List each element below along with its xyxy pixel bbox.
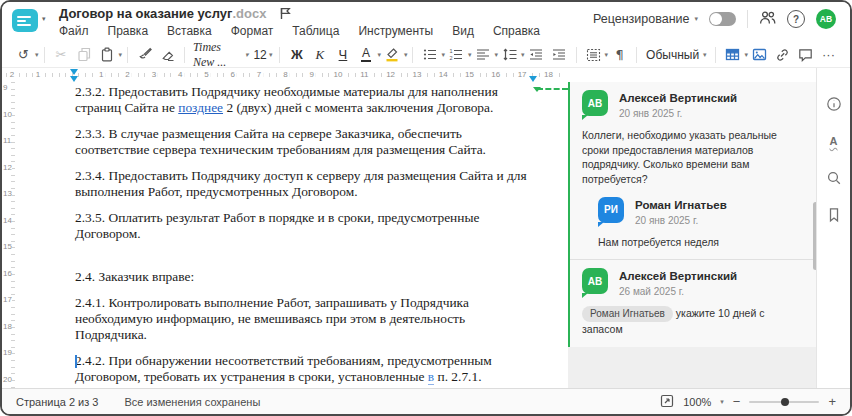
font-size-select[interactable]: 12 ▾ [251,44,274,66]
app-menu-caret-icon[interactable]: ▾ [42,15,46,23]
numbered-list-button[interactable]: 1 2 [445,44,468,66]
paragraph-2-3-5[interactable]: 2.3.5. Оплатить результат Работ в порядк… [75,210,536,242]
zoom-caret-icon[interactable]: ▾ [720,398,724,406]
zoom-out-button[interactable]: − [733,395,741,408]
comment-author: Алексей Вертинский [619,90,737,104]
paragraph-settings-button[interactable] [582,44,605,66]
insert-comment-button[interactable] [794,44,817,66]
highlight-caret-icon[interactable]: ▾ [404,51,408,59]
comment-avatar: АВ [582,90,608,116]
ruler-number: 3 [150,70,158,79]
ruler-number: 13 [410,70,423,79]
document-text[interactable]: 2.3.2. Предоставить Подрядчику необходим… [75,84,536,388]
svg-text:2: 2 [450,55,453,61]
toolbar-divider [715,47,716,63]
ruler-number: 15 [463,70,476,79]
paragraph-style-select[interactable]: Обычный ▾ [642,44,710,66]
mention-pill[interactable]: Роман Игнатьев [582,306,673,322]
cut-button[interactable]: ✂ [50,44,73,66]
paragraph-2-3-3[interactable]: 2.3.3. В случае размещения Сайта на серв… [75,126,536,158]
zoom-slider[interactable] [749,401,819,403]
paragraph-2-3-2[interactable]: 2.3.2. Предоставить Подрядчику необходим… [75,84,536,116]
menu-help[interactable]: Справка [493,24,540,38]
comment-reply[interactable]: РИ Роман Игнатьев 20 янв 2025 г. Нам пот… [598,197,808,250]
ruler-number: 5 [202,70,210,79]
review-toggle[interactable] [709,12,736,26]
increase-indent-button[interactable] [548,44,571,66]
search-icon[interactable] [825,169,842,186]
collaborators-icon[interactable] [759,10,776,29]
font-family-select[interactable]: Times New ... ▾ [190,44,251,66]
comment-date: 20 янв 2025 г. [619,108,737,119]
bookmark-icon[interactable] [825,206,842,223]
document-title-row: Договор на оказание услуг.docx [59,6,291,21]
paste-caret-icon[interactable]: ▾ [119,51,123,59]
comments-panel: АВ Алексей Вертинский 20 янв 2025 г. Кол… [568,82,820,388]
comment-avatar: АВ [582,268,608,294]
user-avatar[interactable]: АВ [816,9,836,29]
vertical-ruler[interactable]: 91011121314151617181920 [2,82,17,388]
more-tools-button[interactable]: ··· [817,44,840,66]
review-label: Рецензирование [593,12,690,26]
menu-bar: Файл Правка Вставка Формат Таблица Инстр… [59,24,540,38]
help-icon[interactable]: ? [787,10,805,28]
commented-text[interactable]: позднее [178,100,223,115]
formatting-marks-button[interactable]: ¶ [608,44,631,66]
insert-link-button[interactable] [771,44,794,66]
paste-button[interactable] [96,44,119,66]
paragraph-text: 2 (двух) дней с момента заключения Догов… [223,100,493,115]
app-logo-icon[interactable] [12,9,38,32]
paragraph-2-4-1[interactable]: 2.4.1. Контролировать выполнение Работ, … [75,295,536,343]
bold-button[interactable]: Ж [285,44,308,66]
fit-page-icon[interactable] [660,394,674,410]
line-spacing-button[interactable] [498,44,521,66]
header-right: Рецензирование ▾ ? АВ [593,9,836,29]
zoom-slider-handle[interactable] [781,398,789,406]
undo-button[interactable]: ↺ [12,44,35,66]
paragraph-2-4-2[interactable]: 2.4.2. При обнаружении несоответствий тр… [75,353,536,385]
paragraph-2-3-4[interactable]: 2.3.4. Предоставить Подрядчику доступ к … [75,168,536,200]
menu-table[interactable]: Таблица [292,24,339,38]
zoom-controls: 100% ▾ − + [660,394,836,410]
document-title[interactable]: Договор на оказание услуг [59,6,232,21]
flag-icon[interactable] [280,7,291,20]
zoom-level-value[interactable]: 100% [683,396,711,408]
ruler-number: 14 [3,216,12,225]
toolbar-divider [576,47,577,63]
font-color-button[interactable]: А [361,47,371,62]
menu-file[interactable]: Файл [59,24,89,38]
document-page[interactable]: 2.3.2. Предоставить Подрядчику необходим… [16,82,568,388]
ruler-number: 2 [123,70,131,79]
menu-insert[interactable]: Вставка [167,24,212,38]
toolbar-divider [279,47,280,63]
menu-format[interactable]: Формат [231,24,274,38]
menu-tools[interactable]: Инструменты [358,24,433,38]
menu-edit[interactable]: Правка [108,24,149,38]
clear-format-eraser-button[interactable] [156,44,179,66]
menu-view[interactable]: Вид [452,24,474,38]
comment-card[interactable]: АВ Алексей Вертинский 20 янв 2025 г. Кол… [570,82,820,259]
align-button[interactable] [472,44,495,66]
bullet-list-button[interactable] [418,44,441,66]
comment-card[interactable]: АВ Алексей Вертинский 26 май 2025 г. Ром… [570,259,820,347]
format-painter-button[interactable] [133,44,156,66]
comment-anchor-line [537,88,568,90]
underline-button[interactable]: Ч [331,44,354,66]
toolbar-divider [184,47,185,63]
zoom-in-button[interactable]: + [828,395,836,408]
highlight-color-button[interactable] [381,44,404,66]
copy-button[interactable] [73,44,96,66]
document-info-icon[interactable] [825,95,842,112]
first-line-indent-marker[interactable] [70,69,78,75]
undo-caret-icon[interactable]: ▾ [35,51,39,59]
review-mode-dropdown[interactable]: Рецензирование ▾ [593,12,698,26]
paragraph-2-4[interactable]: 2.4. Заказчик вправе: [75,269,536,285]
italic-button[interactable]: К [308,44,331,66]
insert-image-button[interactable] [748,44,771,66]
spellcheck-icon[interactable]: А [825,132,842,149]
insert-table-button[interactable] [721,44,744,66]
reply-text: Нам потребуется неделя [598,235,808,250]
horizontal-ruler[interactable]: 21123456789101112131415161718 [2,68,568,83]
decrease-indent-button[interactable] [525,44,548,66]
page-indicator[interactable]: Страница 2 из 3 [16,396,98,408]
